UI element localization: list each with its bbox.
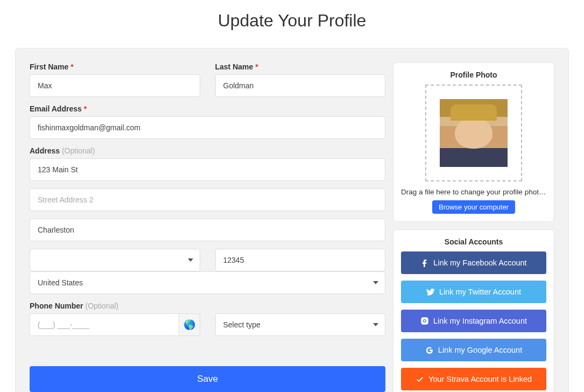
form-column: First Name * Last Name * Email Address * (30, 62, 385, 392)
required-asterisk: * (255, 62, 258, 71)
save-button[interactable]: Save (30, 366, 385, 392)
phone-input[interactable] (30, 313, 179, 336)
last-name-input[interactable] (215, 74, 386, 97)
facebook-icon (420, 258, 429, 267)
last-name-label: Last Name * (215, 62, 386, 71)
email-input[interactable] (30, 116, 385, 139)
optional-hint: (Optional) (62, 146, 95, 155)
strava-linked-button[interactable]: Your Strava Account is Linked (401, 368, 546, 390)
street2-input[interactable] (30, 188, 385, 211)
phone-label: Phone Number (Optional) (30, 302, 200, 310)
first-name-input[interactable] (30, 74, 200, 97)
street1-input[interactable] (30, 158, 385, 181)
link-twitter-button[interactable]: Link my Twitter Account (401, 281, 546, 303)
phone-type-select[interactable]: Select type (215, 313, 386, 336)
google-icon (425, 346, 434, 354)
profile-form-container: First Name * Last Name * Email Address * (15, 48, 569, 392)
required-asterisk: * (84, 104, 87, 113)
social-accounts-title: Social Accounts (401, 237, 546, 246)
photo-drop-zone[interactable] (425, 85, 522, 181)
profile-photo-title: Profile Photo (401, 71, 546, 79)
browse-computer-button[interactable]: Browse your computer (432, 200, 515, 214)
state-select[interactable] (30, 249, 200, 271)
zip-input[interactable] (215, 249, 386, 271)
first-name-label: First Name * (30, 62, 200, 71)
avatar-image (440, 99, 508, 167)
photo-drop-text: Drag a file here to change your profile … (401, 188, 546, 196)
required-asterisk: * (71, 62, 73, 71)
globe-icon[interactable]: 🌎 (179, 313, 200, 336)
link-instagram-button[interactable]: Link my Instagram Account (401, 310, 546, 332)
city-input[interactable] (30, 219, 385, 241)
optional-hint: (Optional) (85, 302, 118, 310)
country-select[interactable]: United States (30, 271, 385, 294)
twitter-button-label: Link my Twitter Account (439, 288, 521, 296)
phone-label-text: Phone Number (30, 302, 83, 310)
link-facebook-button[interactable]: Link my Facebook Account (401, 251, 546, 274)
email-label: Email Address * (30, 104, 385, 113)
google-button-label: Link my Google Account (438, 346, 522, 354)
social-accounts-card: Social Accounts Link my Facebook Account… (393, 229, 554, 392)
address-label: Address (Optional) (30, 146, 385, 155)
facebook-button-label: Link my Facebook Account (433, 258, 526, 267)
first-name-label-text: First Name (30, 62, 68, 71)
profile-photo-card: Profile Photo Drag a file here to change… (393, 62, 554, 222)
last-name-label-text: Last Name (215, 62, 254, 71)
instagram-icon (420, 317, 429, 325)
link-google-button[interactable]: Link my Google Account (401, 339, 546, 361)
strava-button-label: Your Strava Account is Linked (428, 375, 532, 383)
email-label-text: Email Address (30, 104, 82, 113)
address-label-text: Address (30, 146, 60, 155)
twitter-icon (426, 288, 435, 296)
check-icon (416, 375, 424, 383)
page-title: Update Your Profile (0, 0, 584, 37)
instagram-button-label: Link my Instagram Account (433, 317, 527, 325)
